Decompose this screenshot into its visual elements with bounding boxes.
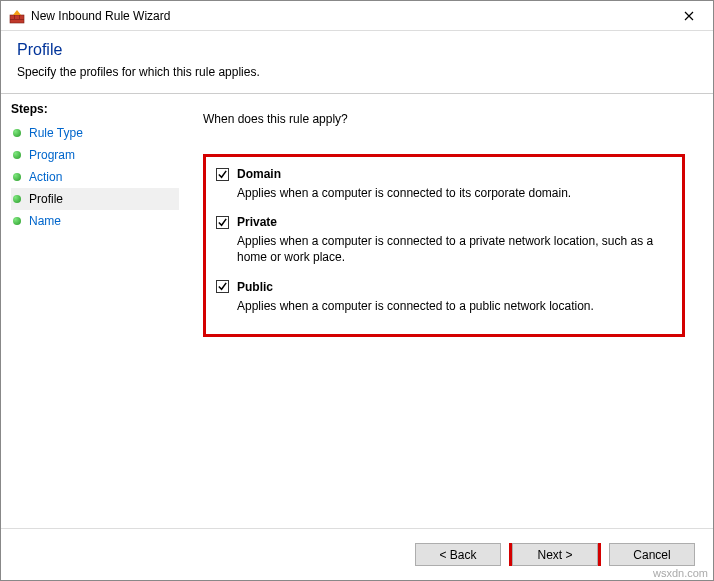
page-title: Profile <box>17 41 697 59</box>
svg-rect-3 <box>14 15 15 19</box>
wizard-window: New Inbound Rule Wizard Profile Specify … <box>0 0 714 581</box>
step-action[interactable]: Action <box>11 166 179 188</box>
page-subtitle: Specify the profiles for which this rule… <box>17 65 697 79</box>
step-bullet-icon <box>13 151 21 159</box>
question-text: When does this rule apply? <box>203 112 693 126</box>
steps-label: Steps: <box>11 102 179 116</box>
option-head: Private <box>216 215 666 229</box>
svg-rect-2 <box>10 19 24 20</box>
wizard-body: Steps: Rule Type Program Action Profile … <box>1 93 713 528</box>
option-domain: Domain Applies when a computer is connec… <box>216 167 666 201</box>
checkbox-domain[interactable] <box>216 168 229 181</box>
main-panel: When does this rule apply? Domain Applie… <box>179 94 713 528</box>
wizard-header: Profile Specify the profiles for which t… <box>1 31 713 93</box>
checkbox-public[interactable] <box>216 280 229 293</box>
option-description: Applies when a computer is connected to … <box>237 185 666 201</box>
titlebar: New Inbound Rule Wizard <box>1 1 713 31</box>
step-label: Profile <box>29 192 63 206</box>
back-button[interactable]: < Back <box>415 543 501 566</box>
step-profile[interactable]: Profile <box>11 188 179 210</box>
option-label: Public <box>237 280 273 294</box>
check-icon <box>217 169 228 180</box>
check-icon <box>217 281 228 292</box>
option-private: Private Applies when a computer is conne… <box>216 215 666 265</box>
close-icon <box>684 11 694 21</box>
step-bullet-icon <box>13 173 21 181</box>
step-label: Rule Type <box>29 126 83 140</box>
step-bullet-icon <box>13 217 21 225</box>
window-title: New Inbound Rule Wizard <box>31 9 669 23</box>
step-label: Name <box>29 214 61 228</box>
option-head: Public <box>216 280 666 294</box>
check-icon <box>217 217 228 228</box>
wizard-footer: < Back Next > Cancel <box>1 528 713 580</box>
firewall-icon <box>9 8 25 24</box>
close-button[interactable] <box>669 2 709 30</box>
cancel-button-label: Cancel <box>633 548 670 562</box>
next-button-label: Next > <box>537 548 572 562</box>
back-button-label: < Back <box>439 548 476 562</box>
step-bullet-icon <box>13 195 21 203</box>
step-label: Program <box>29 148 75 162</box>
options-highlight: Domain Applies when a computer is connec… <box>203 154 685 337</box>
option-description: Applies when a computer is connected to … <box>237 233 666 265</box>
step-rule-type[interactable]: Rule Type <box>11 122 179 144</box>
watermark: wsxdn.com <box>653 567 708 579</box>
next-button-highlight: Next > <box>509 543 601 566</box>
step-name[interactable]: Name <box>11 210 179 232</box>
checkbox-private[interactable] <box>216 216 229 229</box>
steps-panel: Steps: Rule Type Program Action Profile … <box>1 94 179 528</box>
option-head: Domain <box>216 167 666 181</box>
step-program[interactable]: Program <box>11 144 179 166</box>
option-public: Public Applies when a computer is connec… <box>216 280 666 314</box>
next-button[interactable]: Next > <box>512 543 598 566</box>
step-label: Action <box>29 170 62 184</box>
option-description: Applies when a computer is connected to … <box>237 298 666 314</box>
step-bullet-icon <box>13 129 21 137</box>
option-label: Domain <box>237 167 281 181</box>
cancel-button[interactable]: Cancel <box>609 543 695 566</box>
option-label: Private <box>237 215 277 229</box>
svg-rect-4 <box>19 15 20 19</box>
